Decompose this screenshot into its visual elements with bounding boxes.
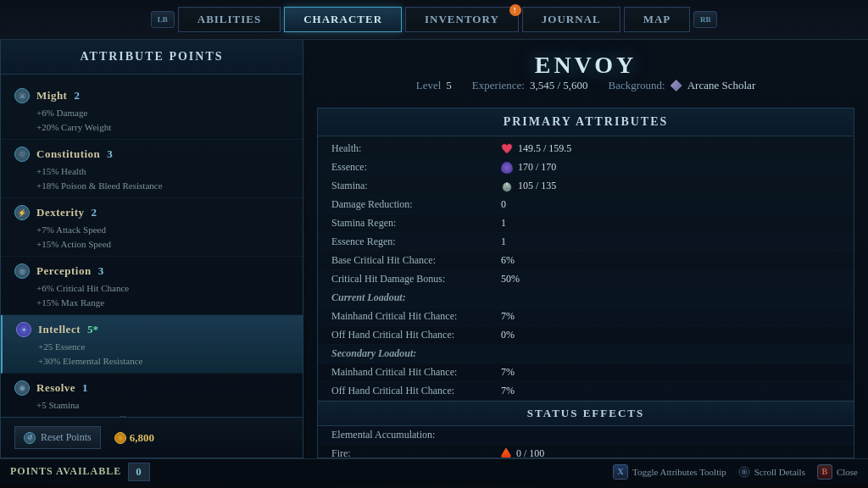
bottom-controls: ↺ Reset Points 6,800 <box>1 417 303 458</box>
attribute-dexterity[interactable]: ⚡ Dexterity 2 +7% Attack Speed +15% Acti… <box>1 198 303 257</box>
attribute-perception[interactable]: ◎ Perception 3 +6% Critical Hit Chance +… <box>1 257 303 315</box>
tab-abilities[interactable]: ABILITIES <box>178 7 281 32</box>
gold-display: 6,800 <box>114 431 154 445</box>
status-effects-header: Status Effects <box>318 401 854 426</box>
attribute-intellect[interactable]: ✦ Intellect 5* +25 Essence +30% Elementa… <box>1 315 303 374</box>
svg-rect-3 <box>506 182 508 186</box>
stats-list[interactable]: Health: 149.5 / 159.5 Essence: <box>318 136 854 458</box>
character-header: ENVOY Level 5 Experience: 3,545 / 5,600 … <box>317 40 854 108</box>
stat-stamina-regen: Stamina Regen: 1 <box>318 214 854 233</box>
reset-icon: ↺ <box>24 432 36 444</box>
perception-icon: ◎ <box>14 263 30 279</box>
dexterity-icon: ⚡ <box>14 205 30 220</box>
stat-crit-damage-bonus: Critical Hit Damage Bonus: 50% <box>318 270 854 289</box>
stat-fire: Fire: 0 / 100 <box>318 445 854 458</box>
tab-journal[interactable]: JOURNAL <box>522 7 620 32</box>
svg-point-6 <box>743 470 745 473</box>
stat-essence: Essence: 170 / 170 <box>318 158 854 177</box>
primary-attrs-header: Primary Attributes <box>318 108 854 136</box>
stamina-icon <box>501 180 513 192</box>
coin-icon <box>114 432 126 444</box>
tab-map[interactable]: MAP <box>624 7 691 32</box>
tab-inventory[interactable]: INVENTORY ! <box>405 7 519 32</box>
background-icon <box>670 80 682 92</box>
tab-character[interactable]: CHARACTER <box>284 7 402 32</box>
stat-mainhand-crit-secondary: Mainhand Critical Hit Chance: 7% <box>318 363 854 382</box>
toggle-tooltip-button[interactable]: X Toggle Attributes Tooltip <box>613 464 726 480</box>
background-info: Background: Arcane Scholar <box>609 79 756 92</box>
secondary-loadout-label: Secondary Loadout: <box>318 345 854 363</box>
character-info-row: Level 5 Experience: 3,545 / 5,600 Backgr… <box>317 79 854 101</box>
heart-icon <box>501 143 513 154</box>
stat-base-crit-chance: Base Critical Hit Chance: 6% <box>318 252 854 270</box>
resolve-icon: ⊕ <box>14 380 30 396</box>
scroll-icon <box>738 466 750 478</box>
attribute-points-panel: Attribute Points ⚔ Might 2 +6% Damage +2… <box>0 40 303 458</box>
perception-bonus: +6% Critical Hit Chance +15% Max Range <box>36 281 289 309</box>
points-badge: 0 <box>128 463 150 481</box>
toolbar-buttons: X Toggle Attributes Tooltip Scroll Detai… <box>613 464 858 480</box>
constitution-bonus: +15% Health +18% Poison & Bleed Resistan… <box>36 164 289 192</box>
character-name: ENVOY <box>317 52 854 79</box>
stat-essence-regen: Essence Regen: 1 <box>318 233 854 252</box>
left-trigger-button[interactable]: LB <box>151 11 175 28</box>
character-panel: ENVOY Level 5 Experience: 3,545 / 5,600 … <box>303 40 868 458</box>
dexterity-bonus: +7% Attack Speed +15% Action Speed <box>36 223 289 251</box>
b-key-icon: B <box>817 464 832 480</box>
stat-offhand-crit-current: Off Hand Critical Hit Chance: 0% <box>318 326 854 345</box>
attribute-resolve[interactable]: ⊕ Resolve 1 +5 Stamina +12% Second Wind … <box>1 374 303 417</box>
experience-info: Experience: 3,545 / 5,600 <box>472 79 588 92</box>
right-trigger-button[interactable]: RB <box>693 11 717 28</box>
scroll-details-button[interactable]: Scroll Details <box>738 466 805 478</box>
attribute-might[interactable]: ⚔ Might 2 +6% Damage +20% Carry Weight <box>1 81 303 140</box>
resolve-bonus: +5 Stamina +12% Second Wind Efficiency <box>36 398 289 417</box>
attribute-points-header: Attribute Points <box>1 40 303 75</box>
stat-health: Health: 149.5 / 159.5 <box>318 140 854 158</box>
stat-stamina: Stamina: 105 / 135 <box>318 177 854 196</box>
attribute-constitution[interactable]: ♡ Constitution 3 +15% Health +18% Poison… <box>1 140 303 198</box>
close-button[interactable]: B Close <box>817 464 858 480</box>
bottom-bar: POINTS AVAILABLE 0 X Toggle Attributes T… <box>0 458 868 484</box>
reset-points-button[interactable]: ↺ Reset Points <box>14 426 101 449</box>
intellect-icon: ✦ <box>16 322 31 337</box>
stat-elemental-accum: Elemental Accumulation: <box>318 426 854 445</box>
intellect-bonus: +25 Essence +30% Elemental Resistance <box>38 340 289 368</box>
essence-icon <box>501 162 513 174</box>
might-bonus: +6% Damage +20% Carry Weight <box>36 106 289 134</box>
attributes-list: ⚔ Might 2 +6% Damage +20% Carry Weight ♡… <box>1 75 303 417</box>
inventory-notification: ! <box>509 4 521 16</box>
stat-damage-reduction: Damage Reduction: 0 <box>318 196 854 214</box>
x-key-icon: X <box>613 464 628 480</box>
stat-mainhand-crit-current: Mainhand Critical Hit Chance: 7% <box>318 308 854 326</box>
points-available-section: POINTS AVAILABLE 0 <box>10 463 150 481</box>
stat-offhand-crit-secondary: Off Hand Critical Hit Chance: 7% <box>318 382 854 401</box>
current-loadout-label: Current Loadout: <box>318 289 854 308</box>
navigation-bar: LB ABILITIES CHARACTER INVENTORY ! JOURN… <box>0 0 868 40</box>
constitution-icon: ♡ <box>14 147 30 162</box>
might-icon: ⚔ <box>14 88 30 103</box>
level-info: Level 5 <box>416 79 452 92</box>
stats-container: Primary Attributes Health: 149.5 / 159.5 <box>317 108 854 458</box>
fire-icon <box>501 448 511 458</box>
